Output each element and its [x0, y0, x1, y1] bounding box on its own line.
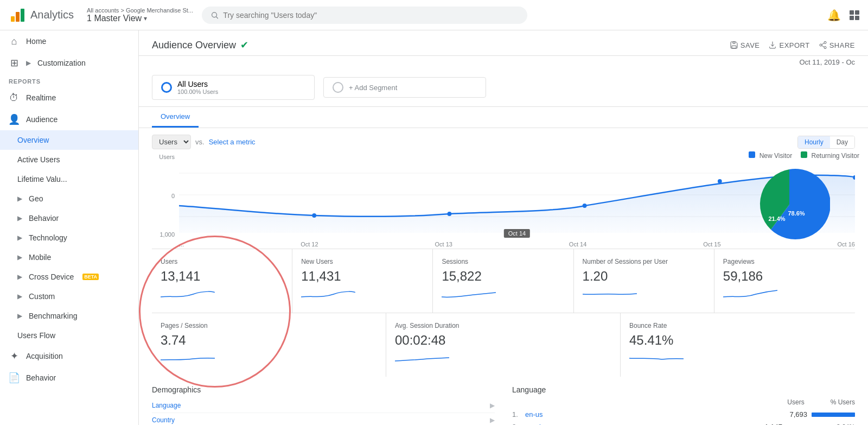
svg-line-10 [821, 46, 824, 47]
x-label-ellipsis: ... [179, 241, 184, 248]
returning-pct-label: 21.4% [769, 215, 786, 222]
sidebar-item-home[interactable]: ⌂ Home [0, 30, 138, 52]
stat-pageviews-chart [723, 286, 777, 302]
behavior2-icon: 📄 [9, 372, 20, 383]
y-label-1000: 1,000 [152, 231, 175, 238]
sidebar-home-label: Home [26, 37, 46, 46]
hourly-day-toggle: Hourly Day [797, 136, 855, 149]
stat-users-chart [161, 286, 215, 302]
language-title: Language [512, 385, 855, 394]
stat-sessions-value: 15,822 [442, 269, 564, 284]
demo-sub2-label: Country [152, 416, 175, 424]
chart-controls: Users vs. Select a metric Hourly Day [139, 128, 868, 151]
stat-sessions: Sessions 15,822 [433, 249, 573, 313]
stat-new-users-chart [301, 286, 355, 302]
stat-sessions-chart [442, 286, 496, 302]
sidebar-item-benchmarking[interactable]: ▶ Benchmarking [0, 306, 138, 326]
chart-container: Users 0 1,000 [139, 151, 868, 249]
select-metric-link[interactable]: Select a metric [209, 138, 256, 146]
returning-visitor-dot [801, 151, 807, 158]
segment1-sub: 100.00% Users [177, 88, 218, 95]
demographics-title: Demographics [152, 385, 495, 394]
new-pct-label: 78.6% [788, 210, 805, 217]
sidebar-item-lifetime-value[interactable]: Lifetime Valu... [0, 169, 138, 189]
date-range: Oct 11, 2019 - Oc [799, 58, 855, 66]
segment-all-users[interactable]: All Users 100.00% Users [152, 75, 315, 100]
geo-chevron: ▶ [17, 195, 22, 202]
x-label-oct14: Oct 14 [569, 241, 586, 248]
lang-row-1-link[interactable]: en-us [525, 410, 770, 418]
demo-sub2-arrow: ▶ [490, 416, 495, 424]
tab-bar: Overview [139, 107, 868, 128]
sidebar-item-customization[interactable]: ⊞ ▶ Customization [0, 52, 138, 74]
stat-avg-session: Avg. Session Duration 00:02:48 [386, 313, 621, 377]
share-label: SHARE [829, 41, 855, 49]
breadcrumb: All accounts > Google Merchandise St... [87, 7, 193, 14]
hourly-toggle[interactable]: Hourly [798, 136, 830, 148]
mobile-chevron: ▶ [17, 253, 22, 261]
svg-rect-1 [16, 12, 20, 22]
sidebar-item-technology[interactable]: ▶ Technology [0, 228, 138, 248]
sidebar-item-geo[interactable]: ▶ Geo [0, 189, 138, 208]
stat-new-users-label: New Users [301, 258, 424, 265]
x-label-oct12: Oct 12 [301, 241, 318, 248]
sidebar-item-custom[interactable]: ▶ Custom [0, 287, 138, 306]
lang-row-1-count: 7,693 [775, 410, 807, 418]
y-label-users: Users [152, 154, 175, 160]
svg-rect-0 [11, 16, 15, 22]
stat-pageviews: Pageviews 59,186 [714, 249, 855, 313]
svg-rect-5 [733, 42, 735, 43]
acquisition-icon: ✦ [9, 351, 20, 361]
tab-overview[interactable]: Overview [152, 107, 199, 128]
stat-br-label: Bounce Rate [629, 322, 846, 329]
sidebar-item-cross-device[interactable]: ▶ Cross Device BETA [0, 267, 138, 287]
svg-point-15 [312, 213, 316, 218]
behavior-chevron: ▶ [17, 214, 22, 222]
segment-add[interactable]: + Add Segment [323, 77, 486, 98]
export-button[interactable]: EXPORT [768, 41, 809, 49]
sidebar-item-users-flow[interactable]: Users Flow [0, 326, 138, 345]
sidebar-item-acquisition[interactable]: ✦ Acquisition [0, 345, 138, 367]
lang-row-1-num: 1. [512, 410, 521, 418]
notifications-icon[interactable]: 🔔 [827, 9, 841, 22]
sidebar-mobile-label: Mobile [29, 253, 51, 262]
search-bar[interactable] [202, 7, 527, 24]
demo-sub1-arrow: ▶ [490, 402, 495, 409]
returning-visitor-label: Returning Visitor [812, 152, 860, 160]
sidebar-geo-label: Geo [29, 194, 43, 203]
sidebar-item-active-users[interactable]: Active Users [0, 150, 138, 169]
sidebar-item-mobile[interactable]: ▶ Mobile [0, 248, 138, 267]
save-label: SAVE [741, 41, 760, 49]
day-toggle[interactable]: Day [830, 136, 854, 148]
segment-info-1: All Users 100.00% Users [177, 80, 218, 95]
sidebar-item-audience[interactable]: 👤 Audience [0, 109, 138, 130]
svg-point-8 [820, 44, 822, 46]
pie-chart: 78.6% 21.4% [749, 164, 830, 245]
svg-rect-2 [21, 9, 24, 22]
search-input[interactable] [223, 11, 519, 20]
metric-select[interactable]: Users [152, 135, 191, 149]
share-button[interactable]: SHARE [819, 41, 855, 49]
y-label-0: 0 [152, 193, 175, 199]
app-title: Analytics [30, 9, 74, 21]
demographics-left: Demographics Language ▶ Country ▶ [152, 385, 495, 425]
share-icon [819, 41, 827, 49]
stats-grid-2: Pages / Session 3.74 Avg. Session Durati… [152, 313, 855, 377]
sidebar-item-realtime[interactable]: ⏱ Realtime [0, 87, 138, 109]
lang-row-2-link[interactable]: en-gb [525, 423, 745, 425]
sidebar-item-behavior2[interactable]: 📄 Behavior [0, 367, 138, 389]
demo-language-link[interactable]: Language ▶ [152, 398, 495, 413]
home-icon: ⌂ [9, 36, 20, 47]
apps-icon[interactable] [850, 10, 859, 20]
view-selector[interactable]: 1 Master View ▾ [87, 14, 193, 23]
cross-device-chevron: ▶ [17, 273, 22, 281]
view-label: 1 Master View [87, 14, 142, 23]
sidebar-behavior-label: Behavior [29, 214, 59, 223]
sidebar-item-behavior[interactable]: ▶ Behavior [0, 208, 138, 228]
customization-icon: ⊞ [9, 58, 20, 68]
demo-country-link[interactable]: Country ▶ [152, 413, 495, 425]
save-button[interactable]: SAVE [730, 41, 760, 49]
top-actions: 🔔 [827, 9, 859, 22]
stat-new-users: New Users 11,431 [292, 249, 433, 313]
sidebar-item-overview[interactable]: Overview [0, 130, 138, 150]
